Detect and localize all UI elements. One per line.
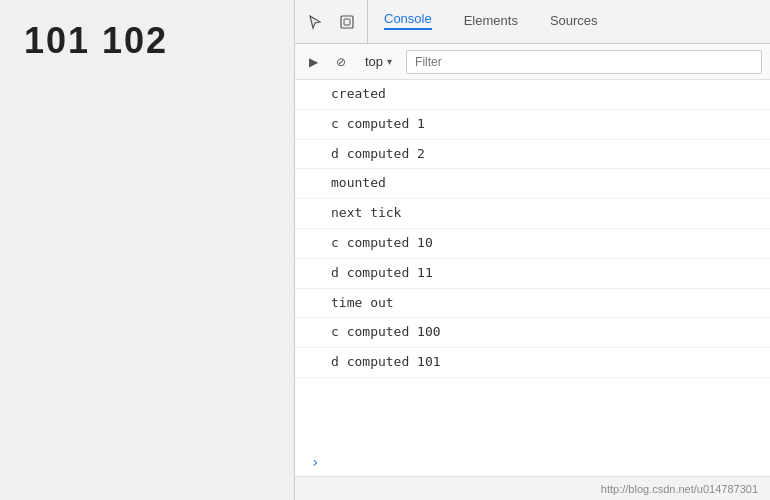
console-output: createdc computed 1d computed 2mountedne… [295,80,770,448]
console-line: created [295,80,770,110]
context-selector[interactable]: top ▾ [359,52,398,71]
devtools-topbar: Console Elements Sources [295,0,770,44]
svg-rect-1 [344,19,350,25]
devtools-toolbar: ▶ ⊘ top ▾ [295,44,770,80]
clear-icon[interactable]: ⊘ [331,52,351,72]
console-line: d computed 101 [295,348,770,378]
devtools-panel: Console Elements Sources ▶ ⊘ top ▾ creat… [294,0,770,500]
console-line: next tick [295,199,770,229]
context-chevron: ▾ [387,56,392,67]
execute-icon[interactable]: ▶ [303,52,323,72]
console-line: d computed 11 [295,259,770,289]
console-line: d computed 2 [295,140,770,170]
console-line: time out [295,289,770,319]
console-line: c computed 10 [295,229,770,259]
cursor-icon[interactable] [303,10,327,34]
console-line: c computed 100 [295,318,770,348]
main-value: 101 102 [24,20,168,62]
prompt-arrow-icon: › [311,454,319,470]
console-prompt[interactable]: › [295,448,770,476]
footer-link: http://blog.csdn.net/u014787301 [601,483,758,495]
tab-console[interactable]: Console [368,0,448,43]
tab-elements[interactable]: Elements [448,0,534,43]
console-line: mounted [295,169,770,199]
devtools-tabs: Console Elements Sources [368,0,614,43]
filter-input[interactable] [406,50,762,74]
inspect-icon[interactable] [335,10,359,34]
left-panel: 101 102 [0,0,294,500]
console-line: c computed 1 [295,110,770,140]
devtools-footer: http://blog.csdn.net/u014787301 [295,476,770,500]
devtools-icon-group [295,0,368,43]
context-label: top [365,54,383,69]
svg-rect-0 [341,16,353,28]
tab-sources[interactable]: Sources [534,0,614,43]
